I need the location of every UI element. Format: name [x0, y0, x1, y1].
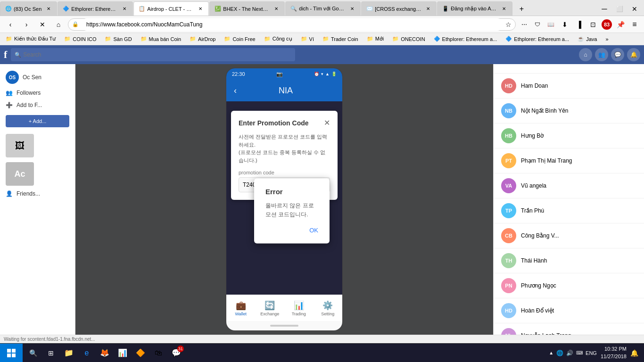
home-button[interactable]: ⌂ — [52, 18, 65, 31]
taskbar-clock[interactable]: 10:32 PM 11/27/2018 — [601, 346, 627, 360]
sidebar-toggle[interactable]: ▐ — [573, 19, 585, 30]
reading-mode-icon[interactable]: 📖 — [545, 19, 556, 30]
taskbar-task-view[interactable]: ⊞ — [42, 345, 59, 362]
bookmark-kienthuc[interactable]: 📁 Kiến thức Đầu Tư — [2, 34, 59, 44]
rp-item-10[interactable]: HD Hoàn Đổ việt — [494, 298, 644, 323]
profile-icon[interactable]: 83 — [602, 19, 612, 30]
phone-nav-exchange[interactable]: 🔄 Exchange — [256, 300, 285, 316]
tab-5[interactable]: 🔍 dich - Tìm với Goo... ✕ — [285, 1, 361, 16]
tab-2[interactable]: 🔷 Ethplorer: Ethereum... ✕ — [58, 1, 133, 16]
reload-button[interactable]: ✕ — [36, 18, 49, 31]
up-arrow-icon[interactable]: ▲ — [549, 350, 553, 355]
bookmark-java[interactable]: ☕ Java — [574, 34, 601, 44]
extensions-button[interactable]: ⋯ — [519, 19, 530, 30]
rp-item-7[interactable]: CB Công Bằng V... — [494, 223, 644, 248]
start-button[interactable] — [0, 344, 23, 362]
bookmark-coinico[interactable]: 📁 COIN ICO — [60, 34, 100, 44]
right-panel: HD Ham Doan NB Nột Ngất Bình Yên HB Hưng… — [493, 64, 644, 335]
rp-item-2[interactable]: NB Nột Ngất Bình Yên — [494, 99, 644, 123]
tab-7-close[interactable]: ✕ — [501, 6, 507, 12]
taskbar-messaging[interactable]: 💬 31 — [168, 345, 185, 362]
taskbar-app1[interactable]: 🔶 — [132, 345, 149, 362]
bookmark-tradercoin-label: Trader Coin — [331, 36, 358, 42]
bookmark-muabancoin[interactable]: 📁 Mua bán Coin — [137, 34, 185, 44]
rp-item-6[interactable]: TP Trần Phú — [494, 198, 644, 223]
rp-item-11[interactable]: NL Nguyễn Lạnh Trọng — [494, 323, 644, 335]
bookmark-onecoin[interactable]: 📁 ONECOIN — [388, 34, 429, 44]
close-window-button[interactable]: ✕ — [628, 2, 641, 16]
new-tab-button[interactable]: + — [515, 2, 528, 16]
network-icon[interactable]: 🌐 — [556, 350, 563, 356]
bookmark-coinfree[interactable]: 📁 Coin Free — [220, 34, 259, 44]
phone-nav-setting[interactable]: ⚙️ Setting — [314, 300, 343, 316]
tab-6[interactable]: ✉️ [CROSS exchange... ✕ — [361, 1, 437, 16]
download-button[interactable]: ⬇ — [559, 19, 570, 30]
promo-close-button[interactable]: ✕ — [324, 118, 330, 127]
fb-sidebar-photos[interactable]: 🖼 — [0, 131, 75, 160]
tab-6-close[interactable]: ✕ — [425, 6, 431, 12]
fb-home-icon[interactable]: ⌂ — [579, 48, 592, 61]
taskbar-excel[interactable]: 📊 — [114, 345, 131, 362]
rp-item-4[interactable]: PT Phạm Thị Mai Trang — [494, 148, 644, 173]
address-input[interactable] — [81, 18, 504, 31]
tab-7[interactable]: 📱 Đăng nhập vào Airr... ✕ — [437, 1, 512, 16]
tab-1[interactable]: 🌐 (83) Oc Sen ✕ — [0, 1, 57, 16]
bookmark-more[interactable]: » — [602, 34, 612, 44]
fb-search-input[interactable] — [23, 51, 291, 58]
tab-2-close[interactable]: ✕ — [121, 6, 128, 12]
volume-icon[interactable]: 🔊 — [566, 350, 573, 356]
fb-sidebar-add[interactable]: ➕ Add to F... — [0, 99, 75, 111]
forward-button[interactable]: › — [20, 18, 33, 31]
tab-1-close[interactable]: ✕ — [45, 6, 52, 12]
rp-item-1[interactable]: HD Ham Doan — [494, 74, 644, 99]
error-ok-button[interactable]: OK — [265, 227, 318, 234]
restore-button[interactable]: ⬜ — [613, 2, 626, 16]
bookmark-tradercoin[interactable]: 📁 Trader Coin — [319, 34, 362, 44]
ac-item[interactable]: Ac — [0, 160, 75, 188]
split-view-button[interactable]: ⊡ — [587, 19, 599, 30]
bookmark-moi[interactable]: 📁 Mới — [363, 34, 388, 44]
notifications-icon[interactable]: 🔔 — [630, 349, 638, 357]
tab-4-close[interactable]: ✕ — [273, 6, 280, 12]
phone-nav-trading[interactable]: 📊 Trading — [284, 300, 314, 316]
tab-5-close[interactable]: ✕ — [349, 6, 355, 12]
fb-notifications-icon[interactable]: 🔔 — [627, 48, 640, 61]
rp-item-8[interactable]: TH Thái Hành — [494, 248, 644, 273]
fb-friends-icon[interactable]: 👥 — [595, 48, 608, 61]
bookmark-ethplorer1[interactable]: 🔷 Ethplorer: Ethereum a... — [430, 34, 501, 44]
bookmark-ethplorer2[interactable]: 🔷 Ethplorer: Ethereum a... — [502, 34, 573, 44]
shield-icon[interactable]: 🛡 — [532, 19, 543, 30]
rp-item-5[interactable]: VA Vũ angela — [494, 173, 644, 198]
fb-sidebar-friends[interactable]: 👤 Friends... — [0, 188, 75, 200]
bookmark-airdrop[interactable]: 📁 AirDrop — [186, 34, 219, 44]
phone-nav-wallet[interactable]: 💼 Wallet — [226, 300, 256, 316]
rp-item-3[interactable]: HB Hưng Bờ — [494, 123, 644, 148]
bookmark-star-icon[interactable]: ☆ — [505, 21, 512, 28]
bookmark-vi[interactable]: 📁 Ví — [297, 34, 318, 44]
bookmark-congcu[interactable]: 📁 Công cụ — [260, 34, 296, 44]
bookmark-sangd[interactable]: 📁 Sàn GD — [101, 34, 135, 44]
taskbar-firefox[interactable]: 🦊 — [96, 345, 113, 362]
rp-item-9[interactable]: PN Phương Ngọc — [494, 273, 644, 298]
tab-3-close[interactable]: ✕ — [197, 6, 204, 12]
folder-icon-8: 📁 — [301, 36, 307, 42]
fb-sidebar-followers[interactable]: 👥 Followers — [0, 87, 75, 99]
taskbar-store[interactable]: 🛍 — [150, 345, 167, 362]
keyboard-icon[interactable]: ⌨ — [576, 350, 583, 355]
taskbar-search[interactable]: 🔍 — [25, 345, 41, 362]
fb-messages-icon[interactable]: 💬 — [611, 48, 624, 61]
pin-icon[interactable]: 📌 — [615, 19, 626, 30]
tab-4[interactable]: 💹 BHEX - The Next Cr... ✕ — [209, 1, 285, 16]
taskbar-ie[interactable]: e — [78, 345, 95, 362]
fb-search-box[interactable]: 🔍 — [11, 48, 295, 61]
tab-3-favicon: 📋 — [139, 6, 145, 12]
back-button[interactable]: ‹ — [4, 18, 17, 31]
tab-3[interactable]: 📋 Airdrop - CLET - Vi... ✕ — [133, 1, 209, 16]
taskbar-file-explorer[interactable]: 📁 — [60, 345, 77, 362]
bookmark-sangd-label: Sàn GD — [113, 36, 132, 42]
rp-avatar-9: PN — [501, 278, 516, 293]
menu-button[interactable]: ≡ — [629, 19, 640, 30]
add-action-button[interactable]: + Add... — [6, 115, 69, 127]
minimize-button[interactable]: ─ — [598, 2, 611, 16]
taskbar-icons: 🔍 ⊞ 📁 e 🦊 📊 🔶 🛍 💬 31 — [23, 345, 187, 362]
